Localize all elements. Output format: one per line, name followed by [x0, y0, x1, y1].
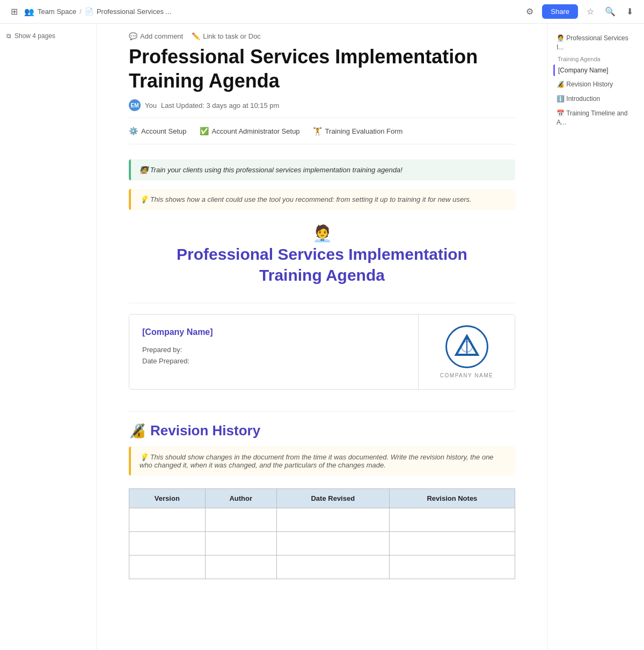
author-initials: EM: [131, 103, 139, 108]
toc-emoji-3: ℹ️: [557, 95, 565, 103]
toc-label-3: Introduction: [566, 95, 600, 103]
link-evaluation-form[interactable]: 🏋️ Training Evaluation Form: [313, 127, 403, 135]
revision-history-section: 🔏 Revision History 💡 This should show ch…: [129, 422, 515, 579]
form-icon: 🏋️: [313, 127, 322, 135]
comment-icon: 💬: [129, 32, 137, 40]
table-header-row: Version Author Date Revised Revision Not…: [129, 489, 515, 508]
link3-label: Training Evaluation Form: [325, 127, 403, 135]
company-name-label: COMPANY NAME: [440, 373, 493, 378]
topbar: ⊞ 👥 Team Space / 📄 Professional Services…: [0, 0, 644, 24]
toc-item-2[interactable]: 🔏 Revision History: [553, 78, 639, 91]
show-pages-label: Show 4 pages: [14, 32, 55, 40]
link-account-setup[interactable]: ⚙️ Account Setup: [129, 127, 187, 135]
revision-info-box: 💡 This should show changes in the docume…: [129, 447, 515, 476]
table-cell: [129, 556, 206, 579]
star-icon-btn[interactable]: ☆: [584, 4, 596, 19]
link2-label: Account Administrator Setup: [212, 127, 300, 135]
table-cell: [205, 556, 276, 579]
toc-sub-0: Training Agenda: [553, 56, 639, 62]
toc-emoji-4: 📅: [557, 109, 565, 117]
table-cell: [129, 508, 206, 532]
revision-table: Version Author Date Revised Revision Not…: [129, 488, 515, 579]
company-logo-circle: [445, 325, 488, 368]
center-title-emoji: 🧑‍💼: [312, 224, 332, 242]
main-content: 💬 Add comment ✏️ Link to task or Doc Pro…: [97, 24, 547, 650]
toc-emoji-0: 🧑‍💼: [557, 34, 565, 42]
revision-emoji: 🔏: [129, 422, 146, 439]
link1-label: Account Setup: [141, 127, 187, 135]
sidebar-toggle-btn[interactable]: ⊞: [9, 4, 20, 19]
table-row: [129, 532, 515, 556]
topbar-left: ⊞ 👥 Team Space / 📄 Professional Services…: [9, 4, 171, 19]
toc-emoji-2: 🔏: [557, 81, 565, 88]
center-title-line1: Professional Services Implementation: [177, 245, 467, 263]
toc-item-3[interactable]: ℹ️ Introduction: [553, 93, 639, 105]
yellow-info-box: 💡 This shows how a client could use the …: [129, 189, 515, 210]
link-admin-setup[interactable]: ✅ Account Administrator Setup: [200, 127, 300, 135]
doc-meta: EM You Last Updated: 3 days ago at 10:15…: [129, 99, 515, 118]
doc-title-breadcrumb[interactable]: Professional Services ...: [97, 8, 171, 16]
green-info-box: 🧑‍🏫 Train your clients using this profes…: [129, 159, 515, 180]
toc-item-0[interactable]: 🧑‍💼 Professional Services I...: [553, 32, 639, 54]
revision-info-emoji: 💡: [140, 453, 150, 461]
doc-icon: 📄: [85, 8, 93, 16]
document-title: Professional Services Implementation Tra…: [129, 45, 515, 93]
yellow-info-text: This shows how a client could use the to…: [150, 195, 472, 203]
last-updated: Last Updated: 3 days ago at 10:15 pm: [161, 101, 279, 109]
links-row: ⚙️ Account Setup ✅ Account Administrator…: [129, 127, 515, 144]
add-comment-btn[interactable]: 💬 Add comment: [129, 32, 183, 40]
table-cell: [389, 532, 515, 556]
table-cell: [205, 508, 276, 532]
divider-2: [129, 411, 515, 412]
table-row: [129, 508, 515, 532]
table-cell: [276, 556, 389, 579]
search-icon-btn[interactable]: 🔍: [603, 4, 618, 19]
doc-actions-bar: 💬 Add comment ✏️ Link to task or Doc: [129, 24, 515, 45]
table-cell: [389, 508, 515, 532]
toc-label-0: Professional Services I...: [557, 34, 628, 51]
revision-heading-text: Revision History: [150, 422, 260, 439]
link-task-label: Link to task or Doc: [203, 32, 261, 40]
col-version: Version: [129, 489, 206, 508]
author-name: You: [145, 101, 157, 109]
col-revision-notes: Revision Notes: [389, 489, 515, 508]
company-logo-svg: [453, 333, 480, 360]
company-logo-box: COMPANY NAME: [418, 315, 515, 389]
main-layout: ⧉ Show 4 pages 💬 Add comment ✏️ Link to …: [0, 24, 644, 650]
divider-1: [129, 303, 515, 303]
breadcrumb-separator: /: [79, 8, 82, 16]
team-space-label[interactable]: Team Space: [38, 8, 76, 16]
pages-icon: ⧉: [6, 32, 11, 40]
table-row: [129, 556, 515, 579]
table-cell: [276, 532, 389, 556]
show-pages-button[interactable]: ⧉ Show 4 pages: [6, 32, 55, 40]
link-icon: ✏️: [192, 32, 200, 40]
table-cell: [276, 508, 389, 532]
table-cell: [389, 556, 515, 579]
toc-label-4: Training Timeline and A...: [557, 109, 627, 126]
share-button[interactable]: Share: [542, 4, 578, 19]
settings-icon-btn[interactable]: ⚙: [524, 4, 536, 19]
prepared-by-field: Prepared by:: [142, 346, 405, 354]
toc-label-2: Revision History: [566, 81, 613, 88]
breadcrumb: 👥 Team Space / 📄 Professional Services .…: [24, 7, 171, 17]
sidebar-right-toc: 🧑‍💼 Professional Services I... Training …: [547, 24, 644, 650]
gear-icon: ⚙️: [129, 127, 138, 135]
avatar: EM: [129, 99, 141, 111]
check-icon: ✅: [200, 127, 209, 135]
table-cell: [205, 532, 276, 556]
toc-label-1: [Company Name]: [558, 67, 608, 74]
more-icon-btn[interactable]: ⬇: [624, 4, 635, 19]
date-prepared-field: Date Prepared:: [142, 357, 405, 365]
company-section: [Company Name] Prepared by: Date Prepare…: [129, 314, 515, 390]
table-cell: [129, 532, 206, 556]
link-to-task-btn[interactable]: ✏️ Link to task or Doc: [192, 32, 261, 40]
center-title-section: 🧑‍💼 Professional Services Implementation…: [129, 223, 515, 286]
green-info-text: 🧑‍🏫 Train your clients using this profes…: [140, 166, 402, 174]
toc-item-1[interactable]: [Company Name]: [553, 64, 639, 77]
center-title-line2: Training Agenda: [259, 266, 385, 284]
yellow-info-emoji: 💡: [140, 195, 150, 203]
topbar-right: ⚙ Share ☆ 🔍 ⬇: [524, 4, 635, 19]
revision-heading: 🔏 Revision History: [129, 422, 515, 439]
toc-item-4[interactable]: 📅 Training Timeline and A...: [553, 107, 639, 129]
